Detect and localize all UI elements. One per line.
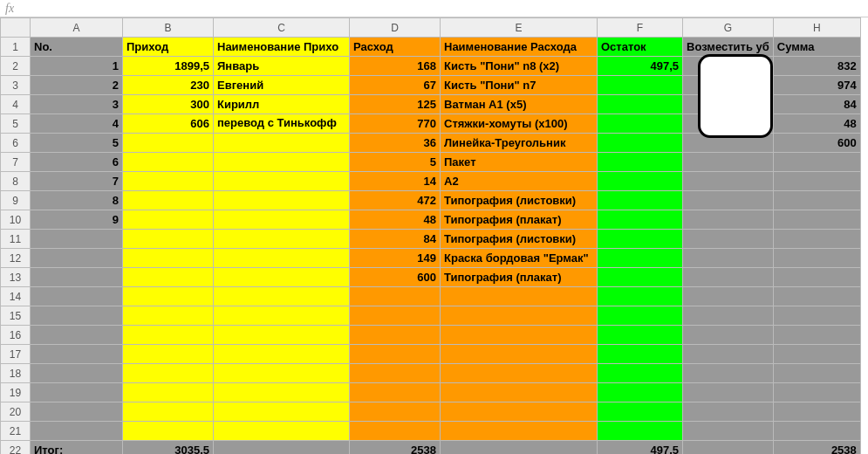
cell-naimen-rashod[interactable]: Типография (листовки): [441, 191, 598, 210]
cell-no[interactable]: 5: [31, 134, 123, 153]
cell-naimen-rashod[interactable]: [441, 287, 598, 306]
cell-rashod[interactable]: 84: [350, 230, 441, 249]
cell-naimen-prihod[interactable]: [214, 306, 350, 326]
cell-prihod[interactable]: 230: [123, 76, 214, 95]
cell-vozmestit[interactable]: [683, 249, 774, 268]
cell-ostatok[interactable]: [598, 402, 683, 422]
cell-naimen-rashod[interactable]: Кисть "Пони" n7: [441, 76, 598, 95]
cell-vozmestit[interactable]: [683, 345, 774, 364]
col-header-D[interactable]: D: [350, 18, 441, 38]
row-header[interactable]: 20: [1, 402, 31, 422]
cell-vozmestit[interactable]: [683, 402, 774, 422]
cell-ostatok[interactable]: [598, 345, 683, 364]
cell-no[interactable]: [31, 383, 123, 402]
cell-rashod[interactable]: [350, 306, 441, 326]
cell-rashod[interactable]: [350, 422, 441, 441]
cell-ostatok[interactable]: [598, 306, 683, 326]
cell-naimen-prihod[interactable]: [214, 345, 350, 364]
row-header[interactable]: 4: [1, 95, 31, 114]
cell-rashod[interactable]: 67: [350, 76, 441, 95]
cell-vozmestit[interactable]: [683, 153, 774, 172]
cell-rashod[interactable]: [350, 383, 441, 402]
cell-naimen-rashod[interactable]: Кисть "Пони" n8 (x2): [441, 57, 598, 76]
cell-rashod[interactable]: [350, 326, 441, 345]
cell-prihod[interactable]: [123, 172, 214, 191]
col-header-G[interactable]: G: [683, 18, 774, 38]
total-blank-e[interactable]: [441, 441, 598, 455]
cell-naimen-rashod[interactable]: [441, 364, 598, 383]
cell-no[interactable]: [31, 345, 123, 364]
cell-summa[interactable]: 832: [773, 57, 860, 76]
cell-summa[interactable]: [773, 345, 860, 364]
cell-ostatok[interactable]: [598, 76, 683, 95]
cell-naimen-rashod[interactable]: [441, 326, 598, 345]
cell-vozmestit[interactable]: [683, 172, 774, 191]
col-header-B[interactable]: B: [123, 18, 214, 38]
header-naimen-prihod[interactable]: Наименование Прихо: [214, 38, 350, 57]
cell-summa[interactable]: [773, 287, 860, 306]
cell-naimen-prihod[interactable]: [214, 383, 350, 402]
total-blank-g[interactable]: [683, 441, 774, 455]
cell-vozmestit[interactable]: [683, 383, 774, 402]
cell-summa[interactable]: [773, 422, 860, 441]
cell-naimen-prihod[interactable]: [214, 422, 350, 441]
cell-ostatok[interactable]: [598, 95, 683, 114]
cell-rashod[interactable]: 149: [350, 249, 441, 268]
cell-ostatok[interactable]: [598, 230, 683, 249]
cell-prihod[interactable]: 300: [123, 95, 214, 114]
cell-naimen-rashod[interactable]: Ватман А1 (x5): [441, 95, 598, 114]
header-rashod[interactable]: Расход: [350, 38, 441, 57]
cell-prihod[interactable]: [123, 249, 214, 268]
cell-vozmestit[interactable]: [683, 268, 774, 287]
cell-naimen-rashod[interactable]: Стяжки-хомуты (x100): [441, 114, 598, 134]
cell-vozmestit[interactable]: [683, 230, 774, 249]
row-header[interactable]: 7: [1, 153, 31, 172]
row-header[interactable]: 19: [1, 383, 31, 402]
cell-ostatok[interactable]: [598, 383, 683, 402]
row-header[interactable]: 1: [1, 38, 31, 57]
cell-naimen-prihod[interactable]: [214, 210, 350, 230]
cell-naimen-rashod[interactable]: Типография (листовки): [441, 230, 598, 249]
cell-prihod[interactable]: [123, 402, 214, 422]
row-header[interactable]: 2: [1, 57, 31, 76]
cell-no[interactable]: [31, 268, 123, 287]
cell-rashod[interactable]: 472: [350, 191, 441, 210]
cell-vozmestit[interactable]: [683, 306, 774, 326]
cell-rashod[interactable]: 600: [350, 268, 441, 287]
cell-naimen-rashod[interactable]: [441, 383, 598, 402]
formula-bar[interactable]: fx: [0, 0, 868, 17]
floating-rounded-rectangle[interactable]: [698, 54, 773, 138]
cell-summa[interactable]: 84: [773, 95, 860, 114]
cell-summa[interactable]: [773, 153, 860, 172]
cell-prihod[interactable]: [123, 383, 214, 402]
col-header-H[interactable]: H: [773, 18, 860, 38]
cell-ostatok[interactable]: 497,5: [598, 57, 683, 76]
cell-no[interactable]: 1: [31, 57, 123, 76]
cell-naimen-prihod[interactable]: Евгений: [214, 76, 350, 95]
cell-naimen-rashod[interactable]: [441, 422, 598, 441]
cell-no[interactable]: [31, 402, 123, 422]
cell-vozmestit[interactable]: [683, 210, 774, 230]
cell-naimen-rashod[interactable]: Краска бордовая "Ермак": [441, 249, 598, 268]
row-header[interactable]: 12: [1, 249, 31, 268]
cell-naimen-prihod[interactable]: [214, 230, 350, 249]
cell-prihod[interactable]: [123, 306, 214, 326]
cell-rashod[interactable]: 770: [350, 114, 441, 134]
cell-no[interactable]: [31, 422, 123, 441]
cell-rashod[interactable]: 36: [350, 134, 441, 153]
cell-summa[interactable]: 48: [773, 114, 860, 134]
row-header[interactable]: 14: [1, 287, 31, 306]
cell-ostatok[interactable]: [598, 268, 683, 287]
cell-naimen-prihod[interactable]: [214, 134, 350, 153]
cell-naimen-prihod[interactable]: [214, 268, 350, 287]
row-header[interactable]: 16: [1, 326, 31, 345]
cell-ostatok[interactable]: [598, 287, 683, 306]
cell-prihod[interactable]: [123, 268, 214, 287]
cell-naimen-prihod[interactable]: [214, 153, 350, 172]
cell-summa[interactable]: [773, 210, 860, 230]
cell-naimen-prihod[interactable]: Кирилл: [214, 95, 350, 114]
cell-prihod[interactable]: [123, 191, 214, 210]
cell-naimen-rashod[interactable]: [441, 345, 598, 364]
cell-ostatok[interactable]: [598, 153, 683, 172]
cell-vozmestit[interactable]: [683, 422, 774, 441]
